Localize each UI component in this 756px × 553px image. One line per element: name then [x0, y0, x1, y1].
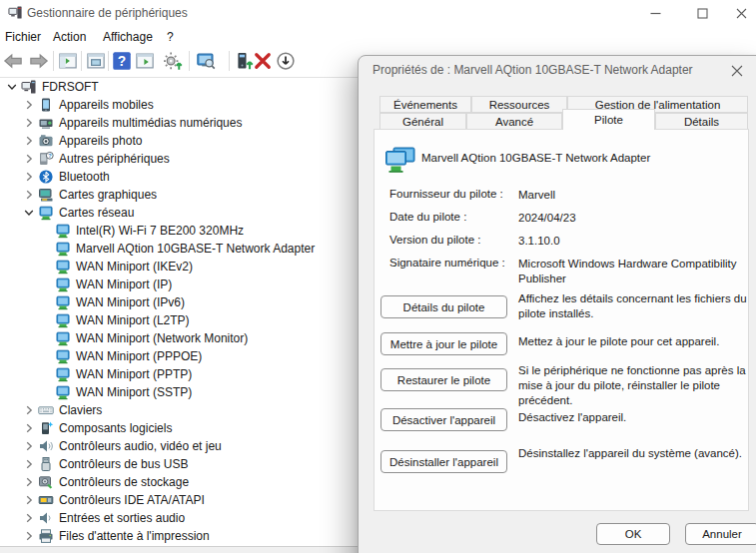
tree-item-label: Appareils mobiles — [59, 98, 154, 112]
tree-item-label: Contrôleurs de stockage — [59, 475, 189, 489]
dialog-close-icon[interactable] — [724, 60, 750, 82]
svg-text:?: ? — [48, 153, 52, 159]
network-adapter-icon — [55, 223, 71, 239]
tree-item-label: WAN Miniport (PPPOE) — [76, 349, 202, 363]
media-device-icon — [38, 115, 54, 131]
field-value: Marvell — [518, 188, 756, 203]
menu-affichage[interactable]: Affichage — [103, 28, 153, 46]
minimize-button[interactable] — [638, 0, 672, 26]
tree-item-label: WAN Miniport (IP) — [76, 277, 172, 291]
storage-controller-icon — [38, 474, 54, 490]
menu-fichier[interactable]: Fichier — [5, 28, 41, 46]
tree-item-label: Cartes réseau — [59, 206, 134, 220]
audio-io-icon — [38, 510, 54, 526]
action-description: Mettez à jour le pilote pour cet apparei… — [518, 334, 748, 349]
unknown-device-icon: ? — [38, 151, 54, 167]
toolbar-separator — [81, 51, 82, 71]
network-adapter-icon — [55, 330, 71, 346]
tree-item-label: Bluetooth — [59, 170, 110, 184]
chevron-placeholder — [38, 348, 54, 364]
update-driver-icon[interactable] — [234, 51, 254, 71]
show-console-tree-icon[interactable] — [58, 51, 78, 71]
tree-item-label: Contrôleurs de bus USB — [59, 457, 188, 471]
properties-icon[interactable] — [86, 51, 106, 71]
mettre-à-jour-le-pilote-button[interactable]: Mettre à jour le pilote — [380, 332, 507, 355]
tree-item-label: FDRSOFT — [42, 80, 99, 94]
détails-du-pilote-button[interactable]: Détails du pilote — [380, 295, 507, 318]
forward-icon[interactable] — [29, 51, 49, 71]
chevron-placeholder — [38, 330, 54, 346]
chevron-right-icon[interactable] — [21, 169, 37, 185]
device-manager-app-icon — [8, 5, 23, 20]
menu-action[interactable]: Action — [53, 28, 86, 46]
chevron-right-icon[interactable] — [21, 456, 37, 472]
dialog-title: Propriétés de : Marvell AQtion 10GBASE-T… — [373, 63, 693, 77]
maximize-button[interactable] — [685, 0, 719, 26]
chevron-right-icon[interactable] — [21, 492, 37, 508]
chevron-right-icon[interactable] — [21, 474, 37, 490]
chevron-right-icon[interactable] — [21, 133, 37, 149]
field-value: Microsoft Windows Hardware Compatibility… — [518, 257, 756, 286]
tree-item-label: Entrées et sorties audio — [59, 511, 185, 525]
cancel-button[interactable]: Annuler — [685, 523, 756, 545]
tab-détails[interactable]: Détails — [655, 113, 748, 130]
toolbar-separator — [189, 51, 190, 71]
network-adapter-icon — [38, 205, 54, 221]
tree-item-label: Intel(R) Wi-Fi 7 BE200 320MHz — [76, 224, 244, 238]
help-icon[interactable]: ? — [112, 51, 132, 71]
tab-avancé[interactable]: Avancé — [466, 113, 562, 130]
tree-item-label: WAN Miniport (IPv6) — [76, 295, 185, 309]
field-label: Fournisseur du pilote : — [389, 188, 503, 200]
network-adapter-icon — [55, 312, 71, 328]
tab-général[interactable]: Général — [379, 113, 466, 130]
disable-device-icon[interactable] — [276, 51, 296, 71]
chevron-right-icon[interactable] — [21, 115, 37, 131]
back-icon[interactable] — [3, 51, 23, 71]
chevron-right-icon[interactable] — [21, 438, 37, 454]
chevron-right-icon[interactable] — [21, 510, 37, 526]
désinstaller-l-appareil-button[interactable]: Désinstaller l'appareil — [380, 450, 507, 473]
menu-?[interactable]: ? — [167, 28, 174, 46]
tree-item-label: WAN Miniport (PPTP) — [76, 367, 192, 381]
action-description: Affichez les détails concernant les fich… — [518, 291, 748, 321]
export-list-icon[interactable] — [135, 51, 155, 71]
driver-tab-page: Marvell AQtion 10GBASE-T Network Adapter… — [374, 129, 749, 511]
désactiver-l-appareil-button[interactable]: Désactiver l'appareil — [380, 408, 507, 431]
chevron-placeholder — [38, 259, 54, 275]
close-button[interactable] — [724, 0, 756, 26]
display-adapter-icon — [38, 187, 54, 203]
tree-item-label: WAN Miniport (IKEv2) — [76, 260, 193, 274]
chevron-right-icon[interactable] — [21, 97, 37, 113]
restaurer-le-pilote-button[interactable]: Restaurer le pilote — [380, 368, 507, 391]
chevron-right-icon[interactable] — [21, 402, 37, 418]
toolbar-separator — [53, 51, 54, 71]
toolbar-separator — [108, 51, 109, 71]
chevron-right-icon[interactable] — [21, 187, 37, 203]
chevron-placeholder — [38, 276, 54, 292]
remote-computer-icon[interactable] — [196, 51, 216, 71]
ok-button[interactable]: OK — [596, 523, 670, 545]
properties-dialog: Propriétés de : Marvell AQtion 10GBASE-T… — [358, 55, 756, 553]
tree-item-label: Appareils photo — [59, 134, 142, 148]
tree-item-label: WAN Miniport (L2TP) — [76, 313, 190, 327]
camera-icon — [38, 133, 54, 149]
tab-pilote[interactable]: Pilote — [562, 109, 655, 130]
chevron-right-icon[interactable] — [21, 151, 37, 167]
chevron-placeholder — [38, 241, 54, 257]
tab-événements[interactable]: Événements — [379, 96, 471, 113]
scan-hardware-changes-icon[interactable] — [163, 51, 183, 71]
chevron-right-icon[interactable] — [21, 420, 37, 436]
ide-controller-icon — [38, 492, 54, 508]
screen: Gestionnaire de périphériques FichierAct… — [0, 0, 756, 553]
chevron-down-icon[interactable] — [21, 205, 37, 221]
network-adapter-icon — [55, 294, 71, 310]
chevron-right-icon[interactable] — [21, 528, 37, 544]
menubar: FichierActionAffichage? — [0, 26, 756, 48]
chevron-placeholder — [38, 312, 54, 328]
tab-ressources[interactable]: Ressources — [471, 96, 567, 113]
action-description: Désactivez l'appareil. — [518, 410, 748, 425]
bluetooth-icon — [38, 169, 54, 185]
uninstall-icon[interactable] — [253, 51, 273, 71]
usb-controller-icon — [38, 456, 54, 472]
chevron-down-icon[interactable] — [4, 79, 20, 95]
